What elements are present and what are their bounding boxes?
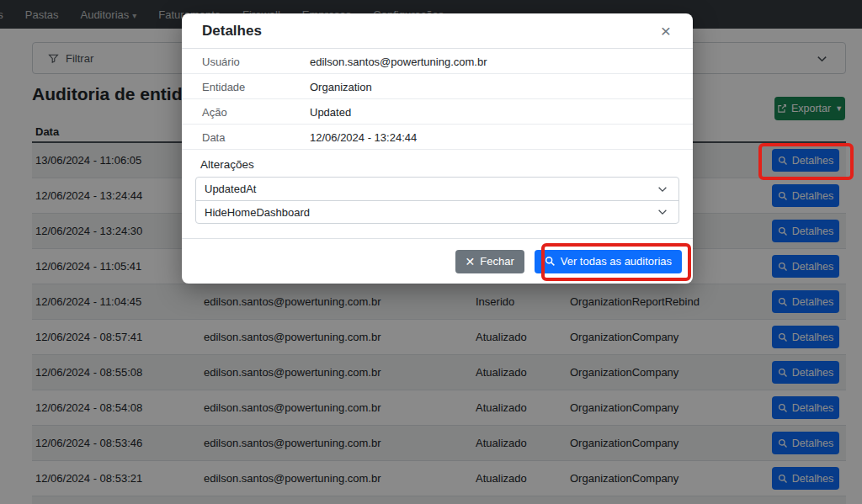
app-window: osPastasAuditorias▾FaturamentoFirewallEm… xyxy=(0,0,862,504)
modal-header: Detalhes × xyxy=(182,13,693,49)
detail-label: Ação xyxy=(202,106,227,119)
detail-value: Updated xyxy=(310,106,351,119)
detail-value: edilson.santos@powertuning.com.br xyxy=(310,56,487,68)
fechar-button-label: Fechar xyxy=(480,255,513,268)
accordion-item-label: UpdatedAt xyxy=(205,183,256,195)
detail-value: 12/06/2024 - 13:24:44 xyxy=(310,131,417,144)
accordion-item-label: HideHomeDashboard xyxy=(205,206,310,219)
ver-todas-auditorias-button[interactable]: Ver todas as auditorias xyxy=(535,250,682,273)
detail-value: Organization xyxy=(310,81,372,93)
accordion-item-hidehomedashboard[interactable]: HideHomeDashboard xyxy=(196,200,678,223)
fechar-button[interactable]: ✕ Fechar xyxy=(455,250,524,273)
detail-label: Data xyxy=(202,131,225,144)
accordion-item-updatedat[interactable]: UpdatedAt xyxy=(196,178,678,200)
ver-todas-auditorias-label: Ver todas as auditorias xyxy=(561,255,672,268)
detail-label: Usuário xyxy=(202,56,240,68)
close-x-icon: ✕ xyxy=(466,255,476,268)
modal-title: Detalhes xyxy=(202,23,262,40)
detail-row-entidade: Entidade Organization xyxy=(182,74,693,99)
detail-label: Entidade xyxy=(202,81,245,93)
chevron-down-icon xyxy=(657,206,668,218)
modal-footer: ✕ Fechar Ver todas as auditorias xyxy=(182,238,693,284)
alteracoes-label: Alterações xyxy=(200,158,254,171)
alteracoes-accordion: UpdatedAt HideHomeDashboard xyxy=(195,177,679,224)
magnifier-icon xyxy=(545,256,556,267)
chevron-down-icon xyxy=(657,183,668,195)
details-modal: Detalhes × Usuário edilson.santos@powert… xyxy=(182,13,693,284)
detail-row-data: Data 12/06/2024 - 13:24:44 xyxy=(182,125,693,150)
detail-row-usuario: Usuário edilson.santos@powertuning.com.b… xyxy=(182,49,693,74)
detail-row-acao: Ação Updated xyxy=(182,99,693,125)
close-icon[interactable]: × xyxy=(656,21,676,40)
